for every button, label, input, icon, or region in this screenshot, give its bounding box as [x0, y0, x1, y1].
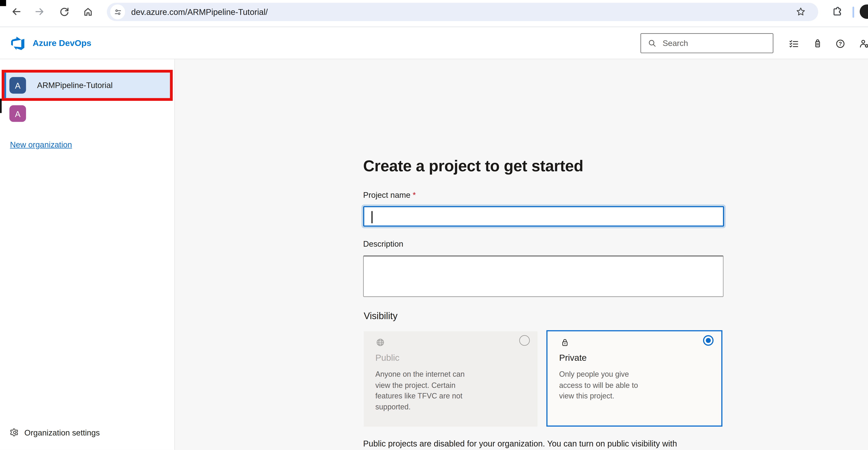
new-organization-link[interactable]: New organization [10, 140, 72, 149]
description-label: Description [363, 240, 403, 248]
user-settings-icon [859, 38, 868, 50]
home-button[interactable] [79, 2, 97, 21]
extensions-puzzle-icon [831, 6, 842, 17]
bookmark-button[interactable] [796, 7, 806, 17]
refresh-icon [59, 6, 70, 17]
url-text: dev.azure.com/ARMPipeline-Tutorial/ [131, 3, 268, 21]
search-box[interactable] [641, 33, 773, 53]
main-content: Create a project to get started Project … [175, 59, 868, 450]
brand-name: Azure DevOps [33, 38, 91, 48]
public-option-title: Public [375, 353, 400, 363]
org-avatar-initial: A [15, 109, 21, 118]
forward-arrow-icon [34, 6, 45, 17]
toolbar-divider [852, 7, 854, 18]
marketplace-button[interactable] [812, 38, 823, 50]
azure-devops-header: Azure DevOps [0, 27, 868, 59]
private-radio[interactable] [703, 335, 714, 346]
sidebar-item-armpipeline-tutorial[interactable]: A ARMPipeline-Tutorial [4, 73, 170, 98]
page: dev.azure.com/ARMPipeline-Tutorial/ Azur… [0, 0, 868, 450]
visibility-option-private[interactable]: Private Only people you give access to w… [547, 330, 722, 427]
page-title: Create a project to get started [363, 157, 583, 175]
description-textarea[interactable] [364, 257, 723, 297]
help-button[interactable]: ? [835, 38, 846, 50]
work-items-button[interactable] [788, 38, 800, 50]
browser-toolbar: dev.azure.com/ARMPipeline-Tutorial/ [0, 0, 868, 27]
project-name-field[interactable] [363, 206, 724, 227]
screen-corner-artifact [0, 0, 6, 6]
search-icon [648, 39, 656, 48]
public-option-description: Anyone on the internet can view the proj… [375, 369, 508, 412]
refresh-button[interactable] [55, 2, 74, 21]
required-asterisk: * [412, 191, 416, 199]
private-option-description: Only people you give access to will be a… [559, 369, 692, 401]
task-list-icon [788, 38, 800, 50]
svg-text:?: ? [839, 41, 842, 47]
site-settings-button[interactable] [110, 4, 125, 19]
organization-settings-button[interactable]: Organization settings [10, 428, 100, 437]
private-option-title: Private [559, 353, 587, 363]
project-name-input[interactable] [371, 209, 716, 225]
organization-settings-label: Organization settings [24, 428, 100, 437]
browser-profile-avatar[interactable] [860, 4, 868, 19]
org-name: ARMPipeline-Tutorial [37, 81, 113, 90]
bookmark-star-icon [796, 7, 806, 17]
search-input[interactable] [661, 38, 763, 48]
address-bar[interactable]: dev.azure.com/ARMPipeline-Tutorial/ [107, 3, 818, 21]
visibility-option-public[interactable]: Public Anyone on the internet can view t… [364, 331, 537, 427]
sidebar-item-second-org[interactable]: A [4, 101, 170, 126]
back-arrow-icon [10, 6, 22, 17]
back-button[interactable] [7, 2, 26, 21]
extensions-button[interactable] [828, 2, 846, 21]
project-name-label: Project name * [363, 191, 416, 199]
org-avatar: A [9, 105, 26, 122]
screen-edge-artifact [0, 99, 2, 113]
org-avatar-initial: A [15, 81, 21, 90]
lock-icon [560, 337, 570, 348]
home-icon [83, 6, 94, 17]
forward-button[interactable] [30, 2, 49, 21]
azure-devops-logo-icon [10, 36, 26, 51]
public-radio[interactable] [519, 335, 530, 346]
org-avatar: A [9, 77, 26, 93]
azure-devops-home-link[interactable]: Azure DevOps [10, 35, 91, 51]
globe-icon [375, 337, 385, 347]
gear-icon [10, 428, 19, 437]
public-projects-disabled-note: Public projects are disabled for your or… [363, 439, 677, 448]
radio-dot [706, 338, 711, 343]
description-field[interactable] [363, 255, 723, 297]
user-settings-button[interactable] [859, 38, 868, 50]
site-settings-tune-icon [113, 7, 122, 16]
text-cursor [371, 211, 372, 223]
help-icon: ? [835, 38, 846, 50]
visibility-label: Visibility [364, 311, 398, 322]
shopping-bag-icon [812, 38, 823, 50]
organizations-sidebar: A ARMPipeline-Tutorial A New organizatio… [0, 59, 175, 450]
